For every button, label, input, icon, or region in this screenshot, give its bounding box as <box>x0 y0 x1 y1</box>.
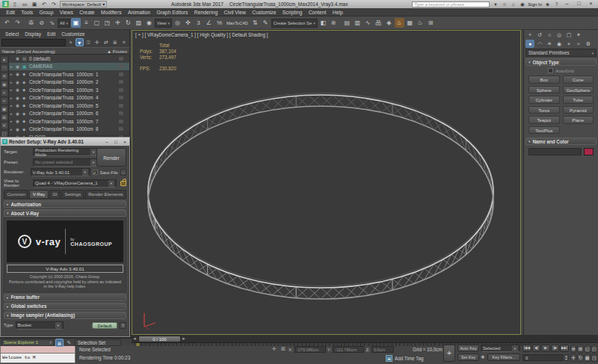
zoom-extents-all-icon[interactable]: ▦ <box>585 354 591 362</box>
redo-icon[interactable]: ↷ <box>13 18 22 28</box>
communication-center-icon[interactable]: ◈ <box>544 1 551 7</box>
teapot-button[interactable]: Teapot <box>528 116 560 124</box>
frozen-toggle[interactable] <box>119 88 123 92</box>
display-tab-icon[interactable]: ▢ <box>564 31 573 39</box>
auto-key-button[interactable]: Auto Key <box>457 345 479 352</box>
help-icon[interactable]: ? <box>553 1 560 7</box>
lights-category-icon[interactable]: ☀ <box>545 40 554 48</box>
visibility-icon[interactable]: ◉ <box>16 103 21 108</box>
align-icon[interactable]: ≋ <box>329 18 339 28</box>
new-file-icon[interactable]: ▯ <box>11 1 19 7</box>
undo-quick-icon[interactable]: ↶ <box>40 1 48 7</box>
box-button[interactable]: Box <box>528 75 560 84</box>
textplus-button[interactable]: TextPlus <box>528 126 560 135</box>
maxscript-listener[interactable]: Welcome to M <box>0 354 75 363</box>
menu-tools[interactable]: Tools <box>18 10 36 15</box>
target-dropdown[interactable]: Production Rendering Mode▾ <box>33 148 99 156</box>
undo-icon[interactable]: ↶ <box>2 18 12 28</box>
use-pivot-center-icon[interactable]: ◎ <box>173 18 182 28</box>
list-item[interactable]: ▸◉◆CircleTriangularTruss_1000cm_6 <box>9 110 129 118</box>
list-item[interactable]: ▸◉◆CircleTriangularTruss_1000cm_5 <box>9 102 129 110</box>
ribbon-toggle-icon[interactable]: ▥ <box>353 18 363 28</box>
clear-search-icon[interactable]: × <box>67 38 75 46</box>
key-filters-button[interactable]: Key Filters... <box>487 354 520 361</box>
menu-customize[interactable]: Customize <box>249 10 279 15</box>
visibility-icon[interactable]: ◉ <box>16 64 21 69</box>
list-item[interactable]: ▸◉◆CircleTriangularTruss_1000cm_8 <box>9 126 129 134</box>
object-name-field[interactable] <box>528 148 582 155</box>
bind-spacewarp-icon[interactable]: ⇘ <box>47 18 57 28</box>
render-button[interactable]: Render <box>96 148 126 167</box>
list-item[interactable]: ▸◉◆CircleTriangularTruss_1000cm_2 <box>9 78 129 87</box>
menu-civil-view[interactable]: Civil View <box>221 10 249 15</box>
list-item[interactable]: ▸◉◆CircleTriangularTruss_1000cm_4 <box>9 94 129 102</box>
ref-coordsys-dropdown[interactable]: View▾ <box>155 19 172 28</box>
dialog-minimize-button[interactable]: – <box>104 140 110 144</box>
menu-modifiers[interactable]: Modifiers <box>98 10 125 15</box>
save-file-checkbox[interactable]: ✓ <box>93 170 98 175</box>
rollout-about-vray[interactable]: ▾ About V-Ray <box>4 209 126 217</box>
maxtoc4d-label[interactable]: MaxToC4D <box>225 21 250 25</box>
search-input[interactable]: Type a keyword or phrase <box>412 1 490 7</box>
visibility-icon[interactable]: ◉ <box>16 111 21 116</box>
star-icon[interactable]: ☆ <box>501 1 508 7</box>
layer-mode-icon[interactable]: ≡ <box>120 38 128 46</box>
geosphere-button[interactable]: GeoSphere <box>563 86 594 94</box>
current-frame-field[interactable]: 0 <box>523 354 563 361</box>
restore-button[interactable]: □ <box>574 1 584 7</box>
select-rotate-icon[interactable]: ↻ <box>123 18 133 28</box>
pan-icon[interactable]: ✛ <box>570 354 576 362</box>
select-by-name-icon[interactable]: ≡ <box>81 18 91 28</box>
set-key-mode-icon[interactable]: ❖ <box>479 354 487 361</box>
display-shapes-icon[interactable]: ◠ <box>1 64 8 72</box>
orbit-icon[interactable]: ↻ <box>577 354 583 362</box>
dialog-titlebar[interactable]: V Render Setup: V-Ray Adv 3.40.01 – □ × <box>1 138 129 146</box>
close-button[interactable]: × <box>586 1 596 7</box>
workspace-dropdown[interactable]: Workspace: Default ▾ <box>60 1 107 7</box>
explorer-menu-select[interactable]: Select <box>3 31 21 37</box>
modify-tab-icon[interactable]: ↺ <box>535 31 544 39</box>
unlink-icon[interactable]: ⊘ <box>37 18 46 28</box>
maximize-viewport-icon[interactable]: ◳ <box>591 354 597 362</box>
menu-scripting[interactable]: Scripting <box>280 10 306 15</box>
explorer-menu-edit[interactable]: Edit <box>45 31 58 37</box>
next-frame-button[interactable]: |▶ <box>551 345 560 352</box>
tube-button[interactable]: Tube <box>563 96 594 104</box>
prev-frame-arrow[interactable]: ◄ <box>132 336 138 341</box>
select-manipulate-icon[interactable]: ✜ <box>183 18 193 28</box>
selection-set-dropdown[interactable]: Selection Set <box>75 339 121 346</box>
explorer-menu-customize[interactable]: Customize <box>59 31 87 37</box>
render-iterative-icon[interactable]: ⊞ <box>426 18 436 28</box>
spinner-snap-icon[interactable]: ⇅ <box>250 18 260 28</box>
spacewarps-category-icon[interactable]: ≈ <box>574 40 583 48</box>
frozen-toggle[interactable] <box>119 80 123 84</box>
absolute-mode-icon[interactable]: ⊞ <box>280 345 287 353</box>
time-slider-track[interactable]: ◄ 0 / 100 ► <box>132 335 598 343</box>
shapes-category-icon[interactable]: ◠ <box>535 40 544 48</box>
rollout-global-switches[interactable]: ▸ Global switches <box>4 303 126 310</box>
preset-dropdown[interactable]: No preset selected▾ <box>33 158 99 167</box>
sphere-button[interactable]: Sphere <box>528 86 560 94</box>
prev-frame-button[interactable]: ◀| <box>532 345 541 352</box>
rect-selection-region-icon[interactable]: ▢ <box>92 18 102 28</box>
object-color-swatch[interactable] <box>584 148 594 155</box>
default-button[interactable]: Default <box>92 322 117 329</box>
help-question-icon[interactable]: ? <box>120 322 126 329</box>
dialog-restore-button[interactable]: □ <box>113 140 119 144</box>
percent-snap-icon[interactable]: % <box>215 18 224 28</box>
snap-toggle-icon[interactable]: 3 <box>194 18 203 28</box>
frozen-toggle[interactable] <box>119 57 123 61</box>
menu-group[interactable]: Group <box>36 10 56 15</box>
layer-manager-icon[interactable]: ▤ <box>342 18 352 28</box>
display-lights-icon[interactable]: ☀ <box>1 73 8 80</box>
zoom-icon[interactable]: ⊕ <box>570 345 576 353</box>
list-item[interactable]: ▸◉▣CAMERAS <box>9 63 129 71</box>
scene-explorer-selector-dropdown[interactable]: Scene Explorer 1▾ <box>1 339 54 346</box>
y-coordinate-field[interactable]: -111.766cm <box>333 346 364 353</box>
visibility-icon[interactable]: ◉ <box>16 80 21 84</box>
visibility-icon[interactable]: ◉ <box>16 119 21 123</box>
utilities-tab-icon[interactable]: ✶ <box>574 31 583 39</box>
cylinder-button[interactable]: Cylinder <box>528 96 560 104</box>
select-place-icon[interactable]: ◉ <box>144 18 154 28</box>
sync-selection-icon[interactable]: ⇄ <box>102 38 110 46</box>
